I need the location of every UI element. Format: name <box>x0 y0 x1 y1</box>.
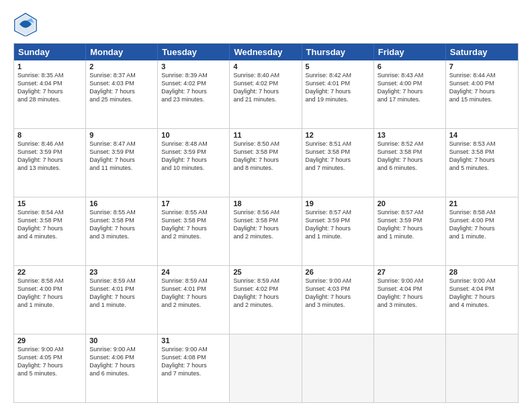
day-number: 29 <box>17 336 82 345</box>
day-number: 23 <box>89 268 154 276</box>
day-number: 7 <box>449 62 515 71</box>
day-info: Sunrise: 9:00 AM Sunset: 4:08 PM Dayligh… <box>161 345 226 378</box>
day-info: Sunrise: 8:59 AM Sunset: 4:01 PM Dayligh… <box>89 277 154 310</box>
day-number: 9 <box>89 131 154 139</box>
day-cell-23: 23Sunrise: 8:59 AM Sunset: 4:01 PM Dayli… <box>86 266 158 334</box>
day-cell-19: 19Sunrise: 8:57 AM Sunset: 3:59 PM Dayli… <box>302 197 374 265</box>
header-day-tuesday: Tuesday <box>158 44 230 60</box>
header-day-wednesday: Wednesday <box>230 44 302 60</box>
day-info: Sunrise: 8:40 AM Sunset: 4:02 PM Dayligh… <box>233 71 298 104</box>
day-cell-11: 11Sunrise: 8:50 AM Sunset: 3:58 PM Dayli… <box>230 129 302 197</box>
day-number: 15 <box>17 199 82 208</box>
day-cell-24: 24Sunrise: 8:59 AM Sunset: 4:01 PM Dayli… <box>158 266 230 334</box>
day-cell-26: 26Sunrise: 9:00 AM Sunset: 4:03 PM Dayli… <box>302 266 374 334</box>
day-cell-25: 25Sunrise: 8:59 AM Sunset: 4:02 PM Dayli… <box>230 266 302 334</box>
day-number: 12 <box>306 131 370 139</box>
day-info: Sunrise: 8:39 AM Sunset: 4:02 PM Dayligh… <box>161 71 226 104</box>
day-number: 20 <box>378 199 442 208</box>
day-info: Sunrise: 9:00 AM Sunset: 4:04 PM Dayligh… <box>378 277 442 310</box>
day-info: Sunrise: 9:00 AM Sunset: 4:05 PM Dayligh… <box>17 345 82 378</box>
day-info: Sunrise: 8:48 AM Sunset: 3:59 PM Dayligh… <box>161 140 226 173</box>
logo <box>13 12 40 36</box>
day-info: Sunrise: 8:56 AM Sunset: 3:58 PM Dayligh… <box>233 208 298 241</box>
day-info: Sunrise: 8:35 AM Sunset: 4:04 PM Dayligh… <box>17 71 82 104</box>
day-cell-3: 3Sunrise: 8:39 AM Sunset: 4:02 PM Daylig… <box>158 60 230 128</box>
day-cell-7: 7Sunrise: 8:44 AM Sunset: 4:00 PM Daylig… <box>446 60 518 128</box>
day-cell-14: 14Sunrise: 8:53 AM Sunset: 3:58 PM Dayli… <box>446 129 518 197</box>
day-cell-1: 1Sunrise: 8:35 AM Sunset: 4:04 PM Daylig… <box>14 60 86 128</box>
day-info: Sunrise: 8:54 AM Sunset: 3:58 PM Dayligh… <box>17 208 82 241</box>
week-row-3: 15Sunrise: 8:54 AM Sunset: 3:58 PM Dayli… <box>14 197 518 265</box>
day-info: Sunrise: 9:00 AM Sunset: 4:03 PM Dayligh… <box>306 277 370 310</box>
day-number: 19 <box>306 199 370 208</box>
header-day-thursday: Thursday <box>302 44 374 60</box>
day-cell-8: 8Sunrise: 8:46 AM Sunset: 3:59 PM Daylig… <box>14 129 86 197</box>
day-info: Sunrise: 8:59 AM Sunset: 4:01 PM Dayligh… <box>161 277 226 310</box>
day-number: 11 <box>233 131 298 139</box>
day-cell-28: 28Sunrise: 9:00 AM Sunset: 4:04 PM Dayli… <box>446 266 518 334</box>
day-cell-30: 30Sunrise: 9:00 AM Sunset: 4:06 PM Dayli… <box>86 334 158 402</box>
day-number: 21 <box>449 199 515 208</box>
day-info: Sunrise: 8:57 AM Sunset: 3:59 PM Dayligh… <box>306 208 370 241</box>
day-info: Sunrise: 8:53 AM Sunset: 3:58 PM Dayligh… <box>449 140 515 173</box>
header <box>13 12 519 36</box>
day-number: 16 <box>89 199 154 208</box>
day-cell-9: 9Sunrise: 8:47 AM Sunset: 3:59 PM Daylig… <box>86 129 158 197</box>
day-number: 14 <box>449 131 515 139</box>
day-cell-12: 12Sunrise: 8:51 AM Sunset: 3:58 PM Dayli… <box>302 129 374 197</box>
logo-icon <box>13 12 38 36</box>
week-row-5: 29Sunrise: 9:00 AM Sunset: 4:05 PM Dayli… <box>14 334 518 402</box>
day-number: 5 <box>306 62 370 71</box>
day-cell-22: 22Sunrise: 8:58 AM Sunset: 4:00 PM Dayli… <box>14 266 86 334</box>
day-cell-31: 31Sunrise: 9:00 AM Sunset: 4:08 PM Dayli… <box>158 334 230 402</box>
day-number: 10 <box>161 131 226 139</box>
day-cell-10: 10Sunrise: 8:48 AM Sunset: 3:59 PM Dayli… <box>158 129 230 197</box>
day-cell-20: 20Sunrise: 8:57 AM Sunset: 3:59 PM Dayli… <box>374 197 446 265</box>
day-info: Sunrise: 9:00 AM Sunset: 4:04 PM Dayligh… <box>449 277 515 310</box>
day-number: 17 <box>161 199 226 208</box>
day-number: 2 <box>89 62 154 71</box>
header-day-saturday: Saturday <box>446 44 518 60</box>
day-cell-21: 21Sunrise: 8:58 AM Sunset: 4:00 PM Dayli… <box>446 197 518 265</box>
day-number: 18 <box>233 199 298 208</box>
day-info: Sunrise: 8:47 AM Sunset: 3:59 PM Dayligh… <box>89 140 154 173</box>
day-info: Sunrise: 9:00 AM Sunset: 4:06 PM Dayligh… <box>89 345 154 378</box>
day-info: Sunrise: 8:37 AM Sunset: 4:03 PM Dayligh… <box>89 71 154 104</box>
day-number: 24 <box>161 268 226 276</box>
day-info: Sunrise: 8:50 AM Sunset: 3:58 PM Dayligh… <box>233 140 298 173</box>
day-info: Sunrise: 8:59 AM Sunset: 4:02 PM Dayligh… <box>233 277 298 310</box>
day-number: 1 <box>17 62 82 71</box>
day-cell-4: 4Sunrise: 8:40 AM Sunset: 4:02 PM Daylig… <box>230 60 302 128</box>
day-cell-5: 5Sunrise: 8:42 AM Sunset: 4:01 PM Daylig… <box>302 60 374 128</box>
day-cell-16: 16Sunrise: 8:55 AM Sunset: 3:58 PM Dayli… <box>86 197 158 265</box>
day-number: 4 <box>233 62 298 71</box>
empty-cell <box>302 334 374 402</box>
day-number: 3 <box>161 62 226 71</box>
day-cell-18: 18Sunrise: 8:56 AM Sunset: 3:58 PM Dayli… <box>230 197 302 265</box>
day-number: 8 <box>17 131 82 139</box>
day-cell-2: 2Sunrise: 8:37 AM Sunset: 4:03 PM Daylig… <box>86 60 158 128</box>
calendar: SundayMondayTuesdayWednesdayThursdayFrid… <box>13 43 519 403</box>
day-info: Sunrise: 8:43 AM Sunset: 4:00 PM Dayligh… <box>378 71 442 104</box>
day-number: 28 <box>449 268 515 276</box>
day-number: 31 <box>161 336 226 345</box>
day-info: Sunrise: 8:51 AM Sunset: 3:58 PM Dayligh… <box>306 140 370 173</box>
day-info: Sunrise: 8:55 AM Sunset: 3:58 PM Dayligh… <box>89 208 154 241</box>
day-info: Sunrise: 8:58 AM Sunset: 4:00 PM Dayligh… <box>17 277 82 310</box>
week-row-4: 22Sunrise: 8:58 AM Sunset: 4:00 PM Dayli… <box>14 265 518 334</box>
header-day-friday: Friday <box>374 44 446 60</box>
day-cell-6: 6Sunrise: 8:43 AM Sunset: 4:00 PM Daylig… <box>374 60 446 128</box>
day-number: 27 <box>378 268 442 276</box>
day-info: Sunrise: 8:44 AM Sunset: 4:00 PM Dayligh… <box>449 71 515 104</box>
day-cell-29: 29Sunrise: 9:00 AM Sunset: 4:05 PM Dayli… <box>14 334 86 402</box>
empty-cell <box>374 334 446 402</box>
day-cell-27: 27Sunrise: 9:00 AM Sunset: 4:04 PM Dayli… <box>374 266 446 334</box>
day-cell-13: 13Sunrise: 8:52 AM Sunset: 3:58 PM Dayli… <box>374 129 446 197</box>
day-number: 22 <box>17 268 82 276</box>
week-row-1: 1Sunrise: 8:35 AM Sunset: 4:04 PM Daylig… <box>14 60 518 128</box>
calendar-header: SundayMondayTuesdayWednesdayThursdayFrid… <box>14 44 518 60</box>
day-info: Sunrise: 8:52 AM Sunset: 3:58 PM Dayligh… <box>378 140 442 173</box>
day-info: Sunrise: 8:55 AM Sunset: 3:58 PM Dayligh… <box>161 208 226 241</box>
day-number: 25 <box>233 268 298 276</box>
day-number: 30 <box>89 336 154 345</box>
